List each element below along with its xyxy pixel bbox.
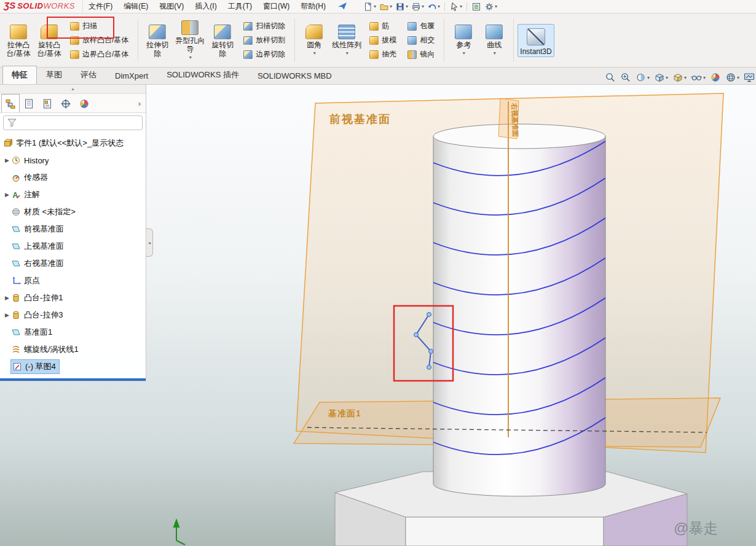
tree-item-right-plane[interactable]: 右视基准面 <box>0 255 146 272</box>
boundary-boss-button[interactable]: 边界凸台/基体 <box>67 48 132 61</box>
expand-arrow[interactable]: ▶ <box>3 295 11 301</box>
front-plane-label[interactable]: 前视基准面 <box>329 113 391 125</box>
revolve-boss-button[interactable]: 旋转凸 台/基体 <box>34 21 65 59</box>
dropdown-caret[interactable]: ▾ <box>460 4 462 9</box>
select-tool-button[interactable]: ▾ <box>448 1 463 12</box>
options-list-button[interactable] <box>470 1 482 12</box>
tab-evaluate[interactable]: 评估 <box>71 66 106 84</box>
menu-file[interactable]: 文件(F) <box>83 0 118 14</box>
tree-item-helix[interactable]: 螺旋线/涡状线1 <box>0 341 146 358</box>
dropdown-caret[interactable]: ▾ <box>422 4 424 9</box>
section-view-button[interactable]: ▾ <box>636 72 650 83</box>
zoom-fit-button[interactable] <box>605 72 616 83</box>
panel-collapse-handle[interactable]: ◂ <box>146 228 153 257</box>
tree-filter-field[interactable] <box>3 115 143 130</box>
tab-sketch[interactable]: 草图 <box>37 66 71 84</box>
menu-tools[interactable]: 工具(T) <box>222 0 258 14</box>
pin-menu-icon[interactable] <box>337 1 347 12</box>
dropdown-caret[interactable]: ▾ <box>647 75 650 80</box>
loft-boss-button[interactable]: 放样凸台/基体 <box>67 34 132 47</box>
dropdown-caret[interactable]: ▾ <box>666 75 668 80</box>
expand-arrow[interactable]: ▶ <box>3 312 11 318</box>
tab-propertymanager[interactable] <box>20 94 38 112</box>
tree-item-boss-extrude1[interactable]: ▶ 凸台-拉伸1 <box>0 289 146 306</box>
rib-button[interactable]: 筋 <box>366 20 400 33</box>
reference-geometry-button[interactable]: 参考 ▾ <box>448 21 479 59</box>
extrude-cut-button[interactable]: 拉伸切 除 <box>142 21 173 59</box>
mirror-button[interactable]: 镜向 <box>404 48 438 61</box>
linear-pattern-button[interactable]: 线性阵列 ▾ <box>329 21 364 59</box>
extrude-boss-button[interactable]: 拉伸凸 台/基体 <box>3 21 34 59</box>
dropdown-caret[interactable]: ▾ <box>406 4 408 9</box>
loft-cut-button[interactable]: 放样切割 <box>240 34 288 47</box>
new-document-button[interactable]: ▾ <box>362 1 377 12</box>
dropdown-caret[interactable]: ▾ <box>703 75 706 80</box>
shell-button[interactable]: 抽壳 <box>366 48 400 61</box>
tab-mbd[interactable]: SOLIDWORKS MBD <box>248 68 341 84</box>
tree-item-front-plane[interactable]: 前视基准面 <box>0 220 146 238</box>
sweep-cut-button[interactable]: 扫描切除 <box>240 20 288 33</box>
dropdown-caret[interactable]: ▾ <box>313 49 316 58</box>
revolve-cut-button[interactable]: 旋转切 除 <box>207 21 238 59</box>
manager-tabs-expand[interactable]: › <box>133 94 146 112</box>
dropdown-caret[interactable]: ▾ <box>390 4 392 9</box>
panel-collapse-strip[interactable]: ▴ <box>0 85 146 94</box>
undo-button[interactable]: ▾ <box>426 1 441 12</box>
dropdown-caret[interactable]: ▾ <box>438 4 440 9</box>
datum-plane-1-label[interactable]: 基准面1 <box>328 408 361 418</box>
dropdown-caret[interactable]: ▾ <box>189 53 192 62</box>
print-button[interactable]: ▾ <box>410 1 425 12</box>
selected-tree-item[interactable]: (-) 草图4 <box>11 360 59 373</box>
dropdown-caret[interactable]: ▾ <box>374 4 376 9</box>
sweep-button[interactable]: 扫描 <box>67 20 132 33</box>
rollback-bar[interactable] <box>0 378 146 381</box>
tab-featuremanager[interactable] <box>1 94 20 112</box>
hide-show-items-button[interactable]: ▾ <box>691 72 706 83</box>
apply-scene-button[interactable]: ▾ <box>725 72 739 83</box>
tree-item-boss-extrude3[interactable]: ▶ 凸台-拉伸3 <box>0 306 146 324</box>
curves-button[interactable]: 曲线 ▾ <box>479 21 510 59</box>
save-button[interactable]: ▾ <box>394 1 409 12</box>
view-orientation-button[interactable]: ▾ <box>654 72 668 83</box>
dropdown-caret[interactable]: ▾ <box>737 75 739 80</box>
display-style-button[interactable]: ▾ <box>672 72 687 83</box>
tree-item-origin[interactable]: 原点 <box>0 272 146 289</box>
menu-edit[interactable]: 编辑(E) <box>118 0 154 14</box>
tree-item-history[interactable]: ▶ History <box>0 152 146 169</box>
expand-arrow[interactable]: ▶ <box>3 157 11 163</box>
expand-arrow[interactable]: ▶ <box>3 192 11 198</box>
menu-help[interactable]: 帮助(H) <box>295 0 331 14</box>
tab-configurationmanager[interactable] <box>38 94 57 112</box>
instant3d-button[interactable]: Instant3D <box>518 24 554 57</box>
tree-item-sensors[interactable]: 传感器 <box>0 169 146 186</box>
dropdown-caret[interactable]: ▾ <box>494 49 496 58</box>
tab-displaymanager[interactable] <box>75 94 93 112</box>
tab-dimxpertmanager[interactable] <box>57 94 75 112</box>
hole-wizard-button[interactable]: 异型孔向 导 ▾ <box>173 17 207 63</box>
open-button[interactable]: ▾ <box>378 1 393 12</box>
tree-item-top-plane[interactable]: 上视基准面 <box>0 238 146 255</box>
edit-appearance-button[interactable] <box>710 72 721 83</box>
dropdown-caret[interactable]: ▾ <box>495 4 497 9</box>
boundary-cut-button[interactable]: 边界切除 <box>240 48 288 61</box>
menu-view[interactable]: 视图(V) <box>154 0 189 14</box>
wrap-button[interactable]: 包覆 <box>404 20 438 33</box>
menu-window[interactable]: 窗口(W) <box>258 0 295 14</box>
settings-gear-button[interactable]: ▾ <box>483 1 498 12</box>
draft-button[interactable]: 拔模 <box>366 34 400 47</box>
tab-dimxpert[interactable]: DimXpert <box>106 68 157 84</box>
menu-insert[interactable]: 插入(I) <box>189 0 222 14</box>
tree-item-annotations[interactable]: ▶ A 注解 <box>0 186 146 203</box>
tab-features[interactable]: 特征 <box>2 66 37 84</box>
view-settings-button[interactable] <box>744 72 755 83</box>
zoom-area-button[interactable] <box>620 72 631 83</box>
tree-item-plane1[interactable]: 基准面1 <box>0 324 146 341</box>
tree-item-part-root[interactable]: 零件1 (默认<<默认>_显示状态 <box>0 135 146 152</box>
tree-item-material[interactable]: 材质 <未指定> <box>0 203 146 220</box>
fillet-button[interactable]: 圆角 ▾ <box>299 21 329 59</box>
dropdown-caret[interactable]: ▾ <box>684 75 687 80</box>
cylinder-body[interactable] <box>433 124 605 496</box>
tree-item-sketch4[interactable]: (-) 草图4 <box>0 358 146 375</box>
dropdown-caret[interactable]: ▾ <box>463 49 465 58</box>
tab-addins[interactable]: SOLIDWORKS 插件 <box>157 66 248 84</box>
